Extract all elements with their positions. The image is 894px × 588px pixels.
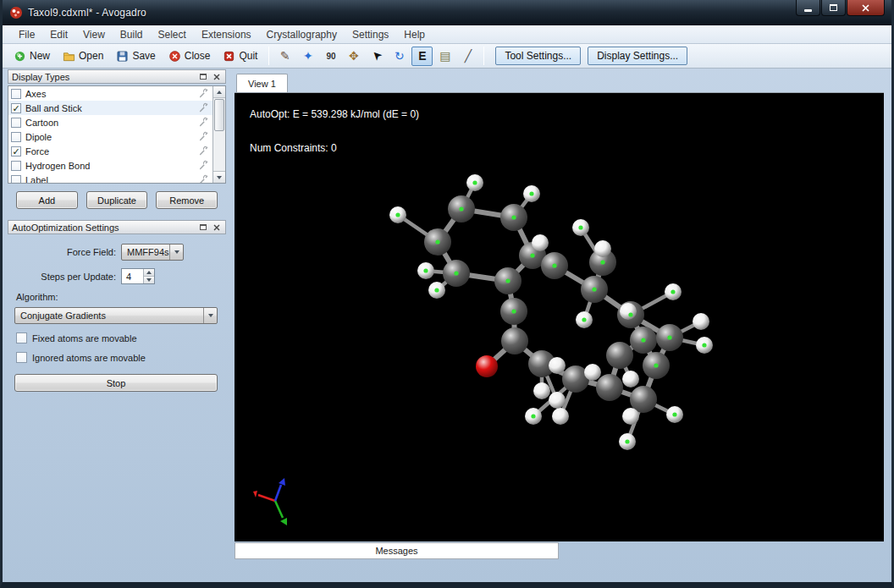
display-type-settings[interactable] — [199, 174, 210, 183]
algorithm-select[interactable]: Conjugate Gradients — [14, 307, 218, 324]
scroll-down-button[interactable] — [213, 171, 225, 183]
float-icon — [200, 74, 207, 80]
atom-o[interactable] — [476, 355, 498, 377]
menu-item-build[interactable]: Build — [113, 27, 151, 42]
tool-settings-button[interactable]: Tool Settings... — [495, 47, 581, 65]
menu-item-file[interactable]: File — [11, 27, 42, 42]
auto-rotate-tool-button[interactable]: ↻ — [389, 47, 410, 66]
display-type-row-label[interactable]: Label — [8, 173, 212, 183]
minimize-button[interactable] — [796, 0, 820, 16]
wrench-icon[interactable] — [199, 174, 210, 183]
open-button[interactable]: Open — [57, 47, 109, 65]
wrench-icon[interactable] — [199, 160, 210, 171]
atom-h[interactable] — [693, 313, 709, 330]
atom-c[interactable] — [596, 374, 623, 401]
display-type-settings[interactable] — [199, 117, 210, 128]
checkbox-force[interactable]: ✓ — [11, 146, 21, 157]
close-panel-button[interactable] — [211, 222, 222, 233]
display-settings-button[interactable]: Display Settings... — [588, 47, 687, 65]
messages-tab[interactable]: Messages — [235, 542, 559, 559]
atom-h[interactable] — [552, 408, 569, 425]
close-panel-button[interactable] — [211, 71, 222, 82]
draw-tool-button[interactable]: ✎ — [274, 47, 295, 66]
menu-item-settings[interactable]: Settings — [345, 27, 396, 42]
atom-h[interactable] — [622, 408, 639, 425]
quit-button[interactable]: Quit — [217, 47, 263, 65]
display-type-row-hydrogen-bond[interactable]: Hydrogen Bond — [8, 158, 212, 173]
maximize-button[interactable] — [821, 0, 846, 16]
menu-item-view[interactable]: View — [75, 27, 113, 42]
measure-tool-button[interactable]: ▤ — [434, 47, 455, 66]
bond-centric-tool-button[interactable]: 90 — [320, 47, 341, 66]
align-tool-button[interactable]: ╱ — [457, 47, 478, 66]
fixed-atoms-checkbox[interactable] — [16, 332, 27, 343]
duplicate-button[interactable]: Duplicate — [86, 191, 148, 209]
navigate-tool-button[interactable]: ✦ — [297, 47, 318, 66]
open-folder-icon — [63, 50, 75, 63]
display-type-settings[interactable] — [199, 146, 210, 157]
display-types-scrollbar[interactable] — [212, 86, 225, 183]
menu-item-edit[interactable]: Edit — [42, 27, 75, 42]
display-type-row-axes[interactable]: Axes — [8, 86, 212, 101]
close-button[interactable]: Close — [163, 47, 217, 65]
checkbox-hydrogen-bond[interactable] — [11, 161, 21, 171]
wrench-icon[interactable] — [199, 131, 210, 142]
checkbox-cartoon[interactable] — [11, 118, 21, 128]
display-type-settings[interactable] — [199, 131, 210, 142]
atom-h[interactable] — [620, 303, 637, 320]
remove-button[interactable]: Remove — [156, 191, 218, 209]
molecule-svg[interactable] — [235, 93, 884, 542]
atom-h[interactable] — [549, 357, 566, 374]
add-button[interactable]: Add — [16, 191, 78, 209]
force-field-select[interactable]: MMFF94s — [121, 244, 184, 261]
atom-h[interactable] — [622, 371, 639, 387]
wrench-icon[interactable] — [199, 102, 210, 113]
view-tab[interactable]: View 1 — [236, 74, 288, 92]
steps-spinner[interactable]: 4 — [121, 268, 155, 284]
force-indicator-dot — [628, 312, 632, 316]
selection-tool-button[interactable]: ➤ — [366, 47, 387, 66]
display-type-label: Dipole — [25, 132, 199, 142]
checkbox-ball-and-stick[interactable]: ✓ — [11, 103, 21, 113]
menu-item-crystallography[interactable]: Crystallography — [259, 27, 345, 42]
checkbox-label[interactable] — [11, 175, 21, 184]
display-type-row-dipole[interactable]: Dipole — [8, 129, 212, 144]
x-axis-arrowhead — [253, 491, 257, 497]
menu-item-extensions[interactable]: Extensions — [194, 27, 259, 42]
bond-centric-tool-icon: 90 — [326, 52, 335, 61]
atom-h[interactable] — [532, 234, 549, 251]
wrench-icon[interactable] — [199, 117, 210, 128]
scrollbar-thumb[interactable] — [214, 99, 224, 131]
spin-up-button[interactable] — [144, 269, 154, 277]
display-type-settings[interactable] — [199, 160, 210, 171]
save-button[interactable]: Save — [110, 47, 161, 65]
atom-h[interactable] — [594, 240, 611, 257]
wrench-icon[interactable] — [199, 146, 210, 157]
atom-c[interactable] — [606, 342, 633, 369]
wrench-icon[interactable] — [199, 88, 210, 99]
menu-item-select[interactable]: Select — [151, 27, 194, 42]
auto-optimize-tool-button[interactable]: E — [411, 47, 433, 66]
display-type-settings[interactable] — [199, 88, 210, 99]
gl-viewport[interactable]: AutoOpt: E = 539.298 kJ/mol (dE = 0) Num… — [235, 92, 884, 541]
new-button[interactable]: New — [8, 47, 56, 65]
checkbox-dipole[interactable] — [11, 132, 21, 142]
display-type-settings[interactable] — [199, 102, 210, 113]
atom-h[interactable] — [549, 392, 566, 409]
spin-down-button[interactable] — [144, 277, 154, 283]
atom-c[interactable] — [501, 327, 528, 354]
display-type-row-cartoon[interactable]: Cartoon — [8, 115, 212, 129]
atom-h[interactable] — [584, 364, 601, 381]
stop-button[interactable]: Stop — [14, 374, 218, 392]
float-panel-button[interactable] — [197, 71, 208, 82]
ignored-atoms-checkbox[interactable] — [16, 352, 27, 363]
display-type-row-force[interactable]: ✓Force — [8, 144, 212, 158]
display-type-row-ball-and-stick[interactable]: ✓Ball and Stick — [8, 101, 212, 115]
menu-item-help[interactable]: Help — [396, 27, 433, 42]
checkbox-axes[interactable] — [11, 89, 21, 99]
atom-h[interactable] — [533, 382, 550, 399]
float-panel-button[interactable] — [197, 222, 208, 233]
scroll-up-button[interactable] — [213, 86, 225, 98]
manipulate-tool-button[interactable]: ✥ — [343, 47, 364, 66]
close-button[interactable] — [847, 0, 885, 16]
